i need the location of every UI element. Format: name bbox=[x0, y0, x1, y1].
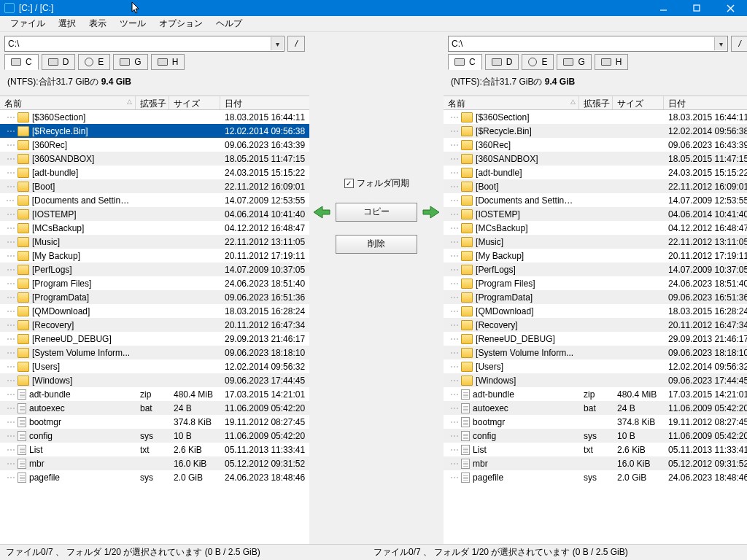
right-drive-tab-g[interactable]: G bbox=[557, 54, 591, 70]
list-row[interactable]: ⋯ [Music] 22.11.2012 13:11:05 bbox=[0, 235, 309, 249]
left-column-header[interactable]: 名前△ 拡張子 サイズ 日付 bbox=[0, 96, 309, 110]
right-drive-tab-c[interactable]: C bbox=[448, 54, 482, 70]
list-row[interactable]: ⋯ pagefile sys 2.0 GiB 24.06.2023 18:48:… bbox=[444, 470, 747, 484]
col-name[interactable]: 名前△ bbox=[444, 96, 579, 109]
dropdown-icon[interactable]: ▾ bbox=[714, 37, 727, 50]
list-row[interactable]: ⋯ [360SANDBOX] 18.05.2015 11:47:15 bbox=[444, 152, 747, 166]
list-row[interactable]: ⋯ adt-bundle zip 480.4 MiB 17.03.2015 14… bbox=[0, 387, 309, 401]
arrow-right-icon[interactable] bbox=[422, 205, 441, 219]
file-date: 24.06.2023 18:51:40 bbox=[220, 277, 309, 290]
list-row[interactable]: ⋯ pagefile sys 2.0 GiB 24.06.2023 18:48:… bbox=[0, 470, 309, 484]
dropdown-icon[interactable]: ▾ bbox=[271, 37, 283, 50]
list-row[interactable]: ⋯ [$Recycle.Bin] 12.02.2014 09:56:38 bbox=[0, 124, 309, 138]
col-size[interactable]: サイズ bbox=[613, 96, 664, 109]
list-row[interactable]: ⋯ List txt 2.6 KiB 05.11.2013 11:33:41 bbox=[0, 443, 309, 456]
list-row[interactable]: ⋯ [$Recycle.Bin] 12.02.2014 09:56:38 bbox=[444, 124, 747, 138]
list-row[interactable]: ⋯ [Documents and Settings] 14.07.2009 12… bbox=[444, 193, 747, 207]
list-row[interactable]: ⋯ [Recovery] 20.11.2012 16:47:34 bbox=[0, 318, 309, 332]
left-file-list[interactable]: ⋯ [$360Section] 18.03.2015 16:44:11 ⋯ [$… bbox=[0, 110, 309, 544]
list-row[interactable]: ⋯ [Windows] 09.06.2023 17:44:45 bbox=[0, 373, 309, 387]
list-row[interactable]: ⋯ [adt-bundle] 24.03.2015 15:15:22 bbox=[0, 166, 309, 179]
list-row[interactable]: ⋯ [360Rec] 09.06.2023 16:43:39 bbox=[444, 138, 747, 152]
list-row[interactable]: ⋯ bootmgr 374.8 KiB 19.11.2012 08:27:45 bbox=[444, 415, 747, 429]
list-row[interactable]: ⋯ [Boot] 22.11.2012 16:09:01 bbox=[0, 179, 309, 193]
right-file-list[interactable]: ⋯ [$360Section] 18.03.2015 16:44:11 ⋯ [$… bbox=[444, 110, 747, 544]
list-row[interactable]: ⋯ [Users] 12.02.2014 09:56:32 bbox=[0, 359, 309, 373]
left-drive-tab-h[interactable]: H bbox=[151, 54, 185, 70]
list-row[interactable]: ⋯ [My Backup] 20.11.2012 17:19:11 bbox=[444, 249, 747, 262]
list-row[interactable]: ⋯ [QMDownload] 18.03.2015 16:28:24 bbox=[444, 304, 747, 318]
file-ext: sys bbox=[579, 429, 613, 443]
col-date[interactable]: 日付 bbox=[664, 96, 747, 109]
list-row[interactable]: ⋯ [$360Section] 18.03.2015 16:44:11 bbox=[0, 110, 309, 124]
menu-select[interactable]: 選択 bbox=[53, 16, 82, 31]
list-row[interactable]: ⋯ [Program Files] 24.06.2023 18:51:40 bbox=[0, 276, 309, 290]
col-name[interactable]: 名前△ bbox=[0, 96, 136, 109]
list-row[interactable]: ⋯ config sys 10 B 11.06.2009 05:42:20 bbox=[444, 429, 747, 443]
col-ext[interactable]: 拡張子 bbox=[579, 96, 613, 109]
list-row[interactable]: ⋯ config sys 10 B 11.06.2009 05:42:20 bbox=[0, 429, 309, 443]
list-row[interactable]: ⋯ [Recovery] 20.11.2012 16:47:34 bbox=[444, 318, 747, 332]
list-row[interactable]: ⋯ [PerfLogs] 14.07.2009 10:37:05 bbox=[0, 262, 309, 276]
list-row[interactable]: ⋯ [ReneeUD_DEBUG] 29.09.2013 21:46:17 bbox=[0, 332, 309, 346]
file-date: 17.03.2015 14:21:01 bbox=[220, 388, 309, 401]
right-path-combo[interactable]: C:\ ▾ bbox=[448, 36, 728, 52]
list-row[interactable]: ⋯ [MCsBackup] 04.12.2012 16:48:47 bbox=[444, 221, 747, 235]
right-drive-tab-h[interactable]: H bbox=[595, 54, 629, 70]
list-row[interactable]: ⋯ [Program Files] 24.06.2023 18:51:40 bbox=[444, 276, 747, 290]
right-path-options-button[interactable]: / bbox=[731, 36, 747, 52]
list-row[interactable]: ⋯ [360Rec] 09.06.2023 16:43:39 bbox=[0, 138, 309, 152]
list-row[interactable]: ⋯ [System Volume Inform... 09.06.2023 18… bbox=[0, 346, 309, 359]
left-drive-tab-e[interactable]: E bbox=[78, 54, 110, 70]
left-path-options-button[interactable]: / bbox=[287, 36, 305, 52]
list-row[interactable]: ⋯ [IOSTEMP] 04.06.2014 10:41:40 bbox=[444, 207, 747, 221]
list-row[interactable]: ⋯ autoexec bat 24 B 11.06.2009 05:42:20 bbox=[0, 401, 309, 415]
list-row[interactable]: ⋯ [$360Section] 18.03.2015 16:44:11 bbox=[444, 110, 747, 124]
list-row[interactable]: ⋯ [ProgramData] 09.06.2023 16:51:36 bbox=[444, 290, 747, 304]
copy-button[interactable]: コピー bbox=[336, 203, 417, 222]
list-row[interactable]: ⋯ bootmgr 374.8 KiB 19.11.2012 08:27:45 bbox=[0, 415, 309, 429]
menu-help[interactable]: ヘルプ bbox=[210, 16, 248, 31]
list-row[interactable]: ⋯ [My Backup] 20.11.2012 17:19:11 bbox=[0, 249, 309, 262]
right-drive-tab-d[interactable]: D bbox=[485, 54, 519, 70]
maximize-button[interactable] bbox=[680, 0, 713, 16]
list-row[interactable]: ⋯ [Users] 12.02.2014 09:56:32 bbox=[444, 359, 747, 373]
list-row[interactable]: ⋯ [PerfLogs] 14.07.2009 10:37:05 bbox=[444, 262, 747, 276]
menu-tools[interactable]: ツール bbox=[114, 16, 152, 31]
col-date[interactable]: 日付 bbox=[220, 96, 309, 109]
list-row[interactable]: ⋯ [IOSTEMP] 04.06.2014 10:41:40 bbox=[0, 207, 309, 221]
close-button[interactable] bbox=[713, 0, 747, 16]
list-row[interactable]: ⋯ List txt 2.6 KiB 05.11.2013 11:33:41 bbox=[444, 443, 747, 456]
left-drive-tab-c[interactable]: C bbox=[4, 54, 39, 70]
list-row[interactable]: ⋯ [Documents and Settings] 14.07.2009 12… bbox=[0, 193, 309, 207]
menu-options[interactable]: オプション bbox=[153, 16, 209, 31]
list-row[interactable]: ⋯ [Boot] 22.11.2012 16:09:01 bbox=[444, 179, 747, 193]
menu-view[interactable]: 表示 bbox=[83, 16, 112, 31]
left-path-combo[interactable]: C:\ ▾ bbox=[4, 36, 285, 52]
right-column-header[interactable]: 名前△ 拡張子 サイズ 日付 bbox=[444, 96, 747, 110]
list-row[interactable]: ⋯ adt-bundle zip 480.4 MiB 17.03.2015 14… bbox=[444, 387, 747, 401]
list-row[interactable]: ⋯ [MCsBackup] 04.12.2012 16:48:47 bbox=[0, 221, 309, 235]
list-row[interactable]: ⋯ [ProgramData] 09.06.2023 16:51:36 bbox=[0, 290, 309, 304]
arrow-left-icon[interactable] bbox=[312, 205, 331, 219]
list-row[interactable]: ⋯ [Windows] 09.06.2023 17:44:45 bbox=[444, 373, 747, 387]
list-row[interactable]: ⋯ [System Volume Inform... 09.06.2023 18… bbox=[444, 346, 747, 359]
list-row[interactable]: ⋯ [360SANDBOX] 18.05.2015 11:47:15 bbox=[0, 152, 309, 166]
list-row[interactable]: ⋯ mbr 16.0 KiB 05.12.2012 09:31:52 bbox=[0, 456, 309, 470]
right-drive-tab-e[interactable]: E bbox=[522, 54, 554, 70]
list-row[interactable]: ⋯ [ReneeUD_DEBUG] 29.09.2013 21:46:17 bbox=[444, 332, 747, 346]
folder-sync-row[interactable]: ✓ フォルダ同期 bbox=[344, 177, 409, 190]
minimize-button[interactable] bbox=[646, 0, 680, 16]
list-row[interactable]: ⋯ [adt-bundle] 24.03.2015 15:15:22 bbox=[444, 166, 747, 179]
checkbox-icon[interactable]: ✓ bbox=[344, 179, 354, 188]
list-row[interactable]: ⋯ autoexec bat 24 B 11.06.2009 05:42:20 bbox=[444, 401, 747, 415]
left-drive-tab-g[interactable]: G bbox=[113, 54, 147, 70]
list-row[interactable]: ⋯ [Music] 22.11.2012 13:11:05 bbox=[444, 235, 747, 249]
delete-button[interactable]: 削除 bbox=[336, 235, 417, 254]
list-row[interactable]: ⋯ mbr 16.0 KiB 05.12.2012 09:31:52 bbox=[444, 456, 747, 470]
left-drive-tab-d[interactable]: D bbox=[42, 54, 76, 70]
menu-file[interactable]: ファイル bbox=[4, 16, 51, 31]
col-ext[interactable]: 拡張子 bbox=[136, 96, 169, 109]
list-row[interactable]: ⋯ [QMDownload] 18.03.2015 16:28:24 bbox=[0, 304, 309, 318]
col-size[interactable]: サイズ bbox=[169, 96, 220, 109]
